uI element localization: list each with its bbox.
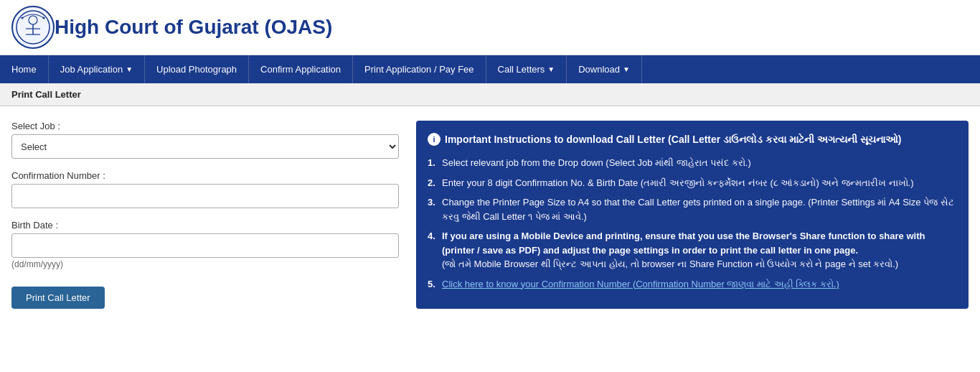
page-title-bar: Print Call Letter <box>0 83 980 106</box>
instruction-4-bold: If you are using a Mobile Device and pri… <box>442 231 925 256</box>
confirmation-number-link[interactable]: Click here to know your Confirmation Num… <box>442 279 839 289</box>
nav-print-application[interactable]: Print Application / Pay Fee <box>353 55 486 83</box>
svg-point-1 <box>29 16 37 24</box>
instruction-4-extra: (જો તમે Mobile Browser થી પ્રિન્ટ આપતા હ… <box>442 259 898 269</box>
birth-date-label: Birth Date : <box>11 220 399 231</box>
birth-date-input[interactable] <box>11 233 399 258</box>
main-content: Select Job : Select Confirmation Number … <box>0 106 980 323</box>
select-job-dropdown[interactable]: Select <box>11 134 399 159</box>
form-section: Select Job : Select Confirmation Number … <box>11 121 399 309</box>
call-letters-arrow: ▼ <box>547 65 555 73</box>
instructions-list: Select relevant job from the Drop down (… <box>428 156 957 291</box>
select-job-label: Select Job : <box>11 121 399 131</box>
instruction-item-3: Change the Printer Page Size to A4 so th… <box>428 195 957 223</box>
header-title: High Court of Gujarat (OJAS) <box>55 16 332 39</box>
header: High Court of Gujarat (OJAS) <box>0 0 980 55</box>
nav-home[interactable]: Home <box>0 55 49 83</box>
confirmation-number-group: Confirmation Number : <box>11 170 399 208</box>
birth-date-hint: (dd/mm/yyyy) <box>11 259 399 269</box>
nav-download[interactable]: Download ▼ <box>567 55 642 83</box>
header-logo <box>11 6 55 49</box>
page-title: Print Call Letter <box>11 89 81 100</box>
instructions-box: i Important Instructions to download Cal… <box>416 121 969 309</box>
birth-date-group: Birth Date : (dd/mm/yyyy) <box>11 220 399 269</box>
instruction-item-4: If you are using a Mobile Device and pri… <box>428 229 957 271</box>
svg-point-6 <box>43 17 45 19</box>
confirmation-number-label: Confirmation Number : <box>11 170 399 181</box>
instruction-item-1: Select relevant job from the Drop down (… <box>428 156 957 170</box>
svg-point-5 <box>22 17 24 19</box>
instructions-title: i Important Instructions to download Cal… <box>428 132 957 147</box>
nav-confirm-application[interactable]: Confirm Application <box>249 55 353 83</box>
download-arrow: ▼ <box>623 65 630 73</box>
confirmation-number-input[interactable] <box>11 184 399 208</box>
nav-call-letters[interactable]: Call Letters ▼ <box>486 55 567 83</box>
job-application-arrow: ▼ <box>126 65 133 73</box>
instruction-item-5: Click here to know your Confirmation Num… <box>428 277 957 292</box>
nav-job-application[interactable]: Job Application ▼ <box>49 55 145 83</box>
instruction-item-2: Enter your 8 digit Confirmation No. & Bi… <box>428 176 957 190</box>
info-icon: i <box>428 133 440 146</box>
nav-upload-photograph[interactable]: Upload Photograph <box>145 55 249 83</box>
logo-svg <box>15 9 51 45</box>
print-call-letter-button[interactable]: Print Call Letter <box>11 287 105 309</box>
select-job-group: Select Job : Select <box>11 121 399 159</box>
navbar: Home Job Application ▼ Upload Photograph… <box>0 55 980 83</box>
